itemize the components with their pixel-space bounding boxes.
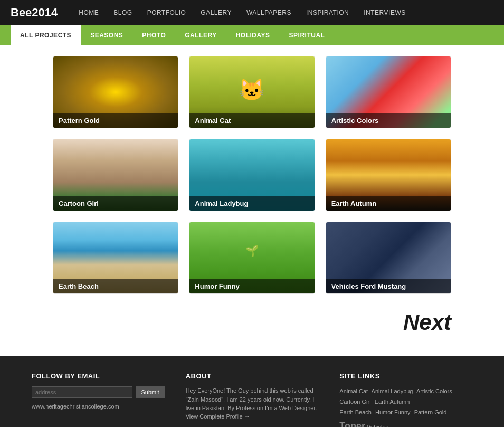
subnav-spiritual[interactable]: SPIRITUAL xyxy=(280,25,335,45)
sub-nav: ALL PROJECTS SEASONS PHOTO GALLERY HOLID… xyxy=(0,25,504,45)
email-row: Submit xyxy=(32,386,165,398)
gallery-image-animal-cat: Animal Cat xyxy=(189,56,314,128)
subnav-photo[interactable]: PHOTO xyxy=(132,25,175,45)
gallery-label-cartoon-girl: Cartoon Girl xyxy=(53,196,178,211)
pagination-section: Next xyxy=(53,305,451,346)
site-logo: Bee2014 xyxy=(11,6,58,20)
gallery-image-vehicles-ford: Vehicles Ford Mustang xyxy=(326,222,451,293)
link-animal-ladybug[interactable]: Animal Ladybug xyxy=(372,388,413,394)
gallery-image-pattern-gold: Pattern Gold xyxy=(53,56,178,128)
gallery-label-humor-funny: Humor Funny xyxy=(189,279,314,293)
gallery-image-artistic-colors: Artistic Colors xyxy=(326,56,451,128)
gallery-label-pattern-gold: Pattern Gold xyxy=(53,113,178,128)
site-links-list: Animal Cat Animal Ladybug Artistic Color… xyxy=(339,386,472,427)
main-content: Pattern Gold Animal Cat Artistic Colors … xyxy=(0,45,504,356)
view-profile-link[interactable]: View Complete Profile → xyxy=(186,413,250,420)
top-nav: Bee2014 HOME BLOG PORTFOLIO GALLERY WALL… xyxy=(0,0,504,25)
link-animal-cat[interactable]: Animal Cat xyxy=(339,388,368,394)
about-text: Hey EveryOne! The Guy behind this web is… xyxy=(186,386,319,413)
top-nav-links: HOME BLOG PORTFOLIO GALLERY WALLPAPERS I… xyxy=(79,9,405,16)
gallery-image-animal-ladybug: Animal Ladybug xyxy=(189,139,314,211)
next-button[interactable]: Next xyxy=(403,310,451,335)
subnav-gallery[interactable]: GALLERY xyxy=(175,25,226,45)
gallery-label-animal-cat: Animal Cat xyxy=(189,113,314,128)
gallery-label-vehicles-ford: Vehicles Ford Mustang xyxy=(326,279,451,293)
gallery-item-pattern-gold[interactable]: Pattern Gold xyxy=(53,56,178,128)
gallery-label-earth-autumn: Earth Autumn xyxy=(326,196,451,211)
link-pattern-gold[interactable]: Pattern Gold xyxy=(414,409,447,415)
footer-follow-col: FOLLOW BY EMAIL Submit www.heritagechris… xyxy=(32,372,165,427)
gallery-item-vehicles-ford[interactable]: Vehicles Ford Mustang xyxy=(326,222,451,294)
gallery-label-artistic-colors: Artistic Colors xyxy=(326,113,451,128)
gallery-image-earth-beach: Earth Beach xyxy=(53,222,178,293)
footer: FOLLOW BY EMAIL Submit www.heritagechris… xyxy=(0,356,504,427)
link-earth-autumn[interactable]: Earth Autumn xyxy=(375,398,410,405)
gallery-item-earth-beach[interactable]: Earth Beach xyxy=(53,222,178,294)
subnav-holidays[interactable]: HOLIDAYS xyxy=(226,25,280,45)
gallery-image-cartoon-girl: Cartoon Girl xyxy=(53,139,178,211)
gallery-item-animal-ladybug[interactable]: Animal Ladybug xyxy=(189,139,315,211)
toper-label: Toper xyxy=(339,421,365,427)
footer-url: www.heritagechristiancollege.com xyxy=(32,403,165,410)
gallery-image-earth-autumn: Earth Autumn xyxy=(326,139,451,211)
subnav-seasons[interactable]: SEASONS xyxy=(81,25,132,45)
nav-portfolio[interactable]: PORTFOLIO xyxy=(147,9,186,16)
nav-blog[interactable]: BLOG xyxy=(113,9,132,16)
gallery-label-earth-beach: Earth Beach xyxy=(53,279,178,293)
link-earth-beach[interactable]: Earth Beach xyxy=(339,409,372,415)
link-humor-funny[interactable]: Humor Funny xyxy=(375,409,411,415)
gallery-item-earth-autumn[interactable]: Earth Autumn xyxy=(326,139,451,211)
footer-about-col: ABOUT Hey EveryOne! The Guy behind this … xyxy=(186,372,319,427)
link-cartoon-girl[interactable]: Cartoon Girl xyxy=(339,398,370,405)
nav-home[interactable]: HOME xyxy=(79,9,99,16)
footer-sitelinks-col: SITE LINKS Animal Cat Animal Ladybug Art… xyxy=(339,372,472,427)
nav-interviews[interactable]: INTERVIEWS xyxy=(364,9,405,16)
gallery-item-humor-funny[interactable]: Humor Funny xyxy=(189,222,315,294)
gallery-item-animal-cat[interactable]: Animal Cat xyxy=(189,56,315,128)
link-vehicles[interactable]: Vehicles xyxy=(367,424,388,427)
gallery-item-cartoon-girl[interactable]: Cartoon Girl xyxy=(53,139,178,211)
nav-wallpapers[interactable]: WALLPAPERS xyxy=(246,9,291,16)
email-input[interactable] xyxy=(32,386,132,398)
gallery-image-humor-funny: Humor Funny xyxy=(189,222,314,293)
site-links-title: SITE LINKS xyxy=(339,372,472,380)
nav-gallery[interactable]: GALLERY xyxy=(201,9,232,16)
subnav-all-projects[interactable]: ALL PROJECTS xyxy=(11,25,81,45)
link-artistic-colors[interactable]: Artistic Colors xyxy=(416,388,452,394)
gallery-grid: Pattern Gold Animal Cat Artistic Colors … xyxy=(53,56,451,294)
follow-title: FOLLOW BY EMAIL xyxy=(32,372,165,380)
submit-button[interactable]: Submit xyxy=(136,386,164,398)
nav-inspiration[interactable]: INSPIRATION xyxy=(306,9,349,16)
about-title: ABOUT xyxy=(186,372,319,380)
gallery-label-animal-ladybug: Animal Ladybug xyxy=(189,196,314,211)
gallery-item-artistic-colors[interactable]: Artistic Colors xyxy=(326,56,451,128)
